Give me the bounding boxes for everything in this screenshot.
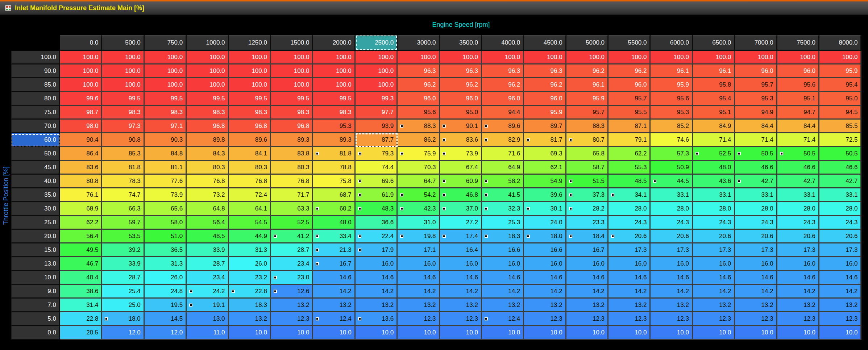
- cell[interactable]: 14.2: [693, 285, 735, 299]
- cell[interactable]: 14.6: [819, 271, 861, 285]
- cell[interactable]: 73.9: [440, 147, 482, 161]
- cell[interactable]: 17.3: [609, 243, 651, 257]
- cell[interactable]: 95.9: [651, 78, 693, 92]
- cell[interactable]: 96.2: [566, 64, 609, 78]
- cell[interactable]: 33.1: [777, 188, 819, 202]
- cell[interactable]: 99.5: [313, 92, 355, 106]
- cell[interactable]: 100.0: [440, 51, 482, 64]
- cell[interactable]: 55.3: [609, 161, 651, 175]
- cell[interactable]: 20.6: [735, 230, 777, 243]
- row-header[interactable]: 0.0: [11, 326, 60, 340]
- cell[interactable]: 16.6: [482, 243, 524, 257]
- column-header[interactable]: 4000.0: [482, 35, 524, 51]
- cell[interactable]: 24.8: [145, 285, 187, 299]
- cell[interactable]: 58.2: [482, 175, 524, 188]
- cell[interactable]: 34.1: [609, 188, 651, 202]
- cell[interactable]: 16.7: [566, 243, 609, 257]
- cell[interactable]: 71.6: [482, 147, 524, 161]
- column-header[interactable]: 4500.0: [524, 35, 566, 51]
- cell[interactable]: 17.3: [693, 243, 735, 257]
- cell[interactable]: 10.0: [735, 326, 777, 340]
- cell[interactable]: 14.6: [313, 271, 355, 285]
- cell[interactable]: 71.4: [777, 133, 819, 147]
- cell[interactable]: 100.0: [187, 64, 229, 78]
- cell[interactable]: 48.0: [693, 161, 735, 175]
- cell[interactable]: 17.3: [735, 243, 777, 257]
- cell[interactable]: 28.7: [271, 243, 313, 257]
- cell[interactable]: 84.8: [145, 147, 187, 161]
- cell[interactable]: 10.0: [229, 326, 271, 340]
- cell[interactable]: 13.0: [187, 312, 229, 326]
- cell[interactable]: 100.0: [102, 64, 144, 78]
- row-header[interactable]: 80.0: [11, 92, 60, 106]
- row-header[interactable]: 30.0: [11, 202, 60, 216]
- cell[interactable]: 59.7: [102, 216, 144, 230]
- cell[interactable]: 31.3: [229, 243, 271, 257]
- cell[interactable]: 17.4: [440, 230, 482, 243]
- cell[interactable]: 25.4: [102, 285, 144, 299]
- cell[interactable]: 89.7: [524, 120, 566, 133]
- cell[interactable]: 14.2: [609, 285, 651, 299]
- cell[interactable]: 13.2: [651, 299, 693, 312]
- cell[interactable]: 86.2: [398, 133, 440, 147]
- cell[interactable]: 20.6: [777, 230, 819, 243]
- cell[interactable]: 23.2: [229, 271, 271, 285]
- cell[interactable]: 100.0: [187, 78, 229, 92]
- cell[interactable]: 100.0: [102, 51, 144, 64]
- cell[interactable]: 14.6: [482, 271, 524, 285]
- cell[interactable]: 14.2: [313, 285, 355, 299]
- cell[interactable]: 68.9: [60, 202, 102, 216]
- cell[interactable]: 18.0: [524, 230, 566, 243]
- cell[interactable]: 46.7: [60, 257, 102, 271]
- cell[interactable]: 10.0: [777, 326, 819, 340]
- cell[interactable]: 13.2: [398, 299, 440, 312]
- cell[interactable]: 84.3: [187, 147, 229, 161]
- cell[interactable]: 10.0: [482, 326, 524, 340]
- cell[interactable]: 14.2: [398, 285, 440, 299]
- cell[interactable]: 44.9: [229, 230, 271, 243]
- cell[interactable]: 95.1: [693, 106, 735, 120]
- cell[interactable]: 96.0: [777, 64, 819, 78]
- cell[interactable]: 14.2: [735, 285, 777, 299]
- cell[interactable]: 14.6: [524, 271, 566, 285]
- cell[interactable]: 100.0: [145, 51, 187, 64]
- cell[interactable]: 10.0: [819, 326, 861, 340]
- cell[interactable]: 13.2: [735, 299, 777, 312]
- cell[interactable]: 89.8: [187, 133, 229, 147]
- cell[interactable]: 12.3: [398, 312, 440, 326]
- cell[interactable]: 17.3: [777, 243, 819, 257]
- cell[interactable]: 13.2: [356, 299, 398, 312]
- cell[interactable]: 87.1: [609, 120, 651, 133]
- cell[interactable]: 100.0: [313, 78, 355, 92]
- cell[interactable]: 18.3: [229, 299, 271, 312]
- cell[interactable]: 21.3: [313, 243, 355, 257]
- cell[interactable]: 11.0: [187, 326, 229, 340]
- cell[interactable]: 12.3: [271, 312, 313, 326]
- cell[interactable]: 88.3: [398, 120, 440, 133]
- cell[interactable]: 95.6: [777, 78, 819, 92]
- cell[interactable]: 41.5: [482, 188, 524, 202]
- cell[interactable]: 46.6: [735, 161, 777, 175]
- cell[interactable]: 76.1: [60, 188, 102, 202]
- cell[interactable]: 24.0: [524, 216, 566, 230]
- cell[interactable]: 28.0: [651, 202, 693, 216]
- cell[interactable]: 10.0: [398, 326, 440, 340]
- cell[interactable]: 28.0: [777, 202, 819, 216]
- cell[interactable]: 19.1: [187, 299, 229, 312]
- cell[interactable]: 98.3: [102, 106, 144, 120]
- cell[interactable]: 13.2: [566, 299, 609, 312]
- cell[interactable]: 97.1: [145, 120, 187, 133]
- row-header-selected[interactable]: 60.0: [11, 133, 60, 147]
- cell[interactable]: 22.4: [356, 230, 398, 243]
- cell[interactable]: 16.0: [356, 257, 398, 271]
- cell[interactable]: 16.0: [651, 257, 693, 271]
- column-header-selected[interactable]: 2500.0: [356, 35, 398, 51]
- row-header[interactable]: 15.0: [11, 243, 60, 257]
- row-header[interactable]: 75.0: [11, 106, 60, 120]
- column-header[interactable]: 1000.0: [187, 35, 229, 51]
- cell[interactable]: 95.9: [566, 92, 609, 106]
- cell[interactable]: 100.0: [398, 51, 440, 64]
- column-header[interactable]: 1500.0: [271, 35, 313, 51]
- cell[interactable]: 10.0: [693, 326, 735, 340]
- cell[interactable]: 14.6: [609, 271, 651, 285]
